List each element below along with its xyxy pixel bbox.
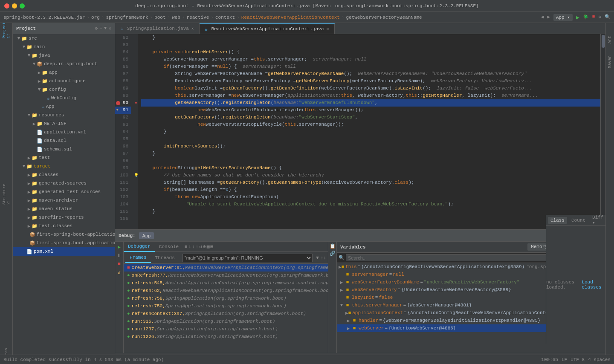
icon4[interactable]: ↑ [196, 244, 199, 249]
tab-debugger[interactable]: Debugger [124, 242, 155, 252]
code-content[interactable]: } private void createWebServer() { WebSe… [138, 34, 600, 229]
frame-item-selected[interactable]: ■ createWebServer:91, ReactiveWebServerA… [124, 264, 328, 272]
frame-item-5[interactable]: ● refresh:750, SpringApplication (org.sp… [124, 302, 328, 310]
tree-item-resources[interactable]: ▼ 📁 resources [13, 111, 115, 119]
frame-item-7[interactable]: ● run:315, SpringApplication (org.spring… [124, 318, 328, 325]
tab-reactive-context[interactable]: ☕ ReactiveWebServerApplicationContext.ja… [200, 23, 335, 34]
icon3[interactable]: ↓ [192, 244, 195, 249]
load-classes-link[interactable]: Load classes [582, 280, 605, 290]
settings-icon[interactable]: ⚙ [598, 14, 601, 21]
window-controls[interactable] [4, 3, 25, 9]
close-icon[interactable]: ✕ [108, 26, 111, 31]
var-expand-icon[interactable]: ▼ [339, 303, 345, 308]
tree-item-java[interactable]: ▼ 📁 java [13, 51, 115, 60]
maven-label[interactable]: Maven [608, 55, 612, 68]
scrollbar-thumb[interactable] [602, 35, 605, 48]
frame-thread-tabs[interactable]: Frames Threads [125, 253, 179, 263]
tab-close-icon[interactable]: ✕ [327, 26, 329, 32]
frame-item-3[interactable]: ● refresh:62, ReactiveWebServerApplicati… [124, 287, 328, 295]
search-icon[interactable]: 🔍 [605, 14, 611, 21]
var-expand-icon[interactable]: ▶ [339, 287, 345, 293]
copy-icon[interactable]: 📋 [330, 243, 336, 249]
gear-icon[interactable]: ▼ [104, 26, 107, 31]
breadcrumb-item[interactable]: boot [154, 15, 165, 20]
tree-item-generated-test-sources[interactable]: ▶ 📁 generated-test-sources [13, 188, 115, 196]
editor-scrollbar[interactable] [600, 34, 605, 229]
tree-item-classes[interactable]: ▶ 📁 classes [13, 170, 115, 179]
run-icon[interactable]: ▶ [576, 14, 579, 21]
sidebar-icon-1[interactable]: 1: Project [1, 25, 12, 36]
project-header-icons[interactable]: ⚙ ≡ ▼ ✕ [95, 26, 111, 31]
tree-item-schema-sql[interactable]: 📄 schema.sql [13, 145, 115, 153]
icon6[interactable]: ⚙ [203, 244, 206, 249]
stop-icon[interactable]: ■ [592, 14, 595, 21]
tree-item-maven-archiver[interactable]: ▶ 📁 maven-archiver [13, 196, 115, 205]
tree-item-webconfig[interactable]: ☕ WebConfig [13, 94, 115, 102]
breadcrumb-item[interactable]: springframework [106, 15, 148, 20]
settings-icon[interactable]: ⚙ [95, 26, 98, 31]
project-tree[interactable]: ▼ 📁 src ▼ 📁 main ▼ 📁 java ▼ 📦 deep.in.s [13, 34, 115, 364]
var-expand-icon[interactable]: ▶ [345, 318, 351, 324]
frames-list[interactable]: ■ createWebServer:91, ReactiveWebServerA… [124, 264, 328, 353]
maximize-button[interactable] [20, 3, 25, 9]
tree-item-test-classes[interactable]: ▶ 📁 test-classes [13, 222, 115, 230]
tab-threads[interactable]: Threads [151, 253, 179, 263]
frame-item-2[interactable]: ● refresh:545, AbstractApplicationContex… [124, 279, 328, 287]
tree-item-jar-original[interactable]: 📦 first-spring-boot-application-1.0.0-SN… [13, 239, 115, 247]
tree-item-app-folder[interactable]: ▶ 📁 app [13, 68, 115, 77]
tab-spring-application[interactable]: ☕ SpringApplication.java ✕ [115, 23, 200, 34]
nav-back-icon[interactable]: ◀ [541, 14, 544, 21]
app-dropdown[interactable]: App ▾ [553, 14, 573, 21]
breadcrumb-item[interactable]: reactive [187, 15, 209, 20]
debug-icon[interactable]: 🪲 [583, 14, 589, 21]
breadcrumb-item[interactable]: context [215, 15, 235, 20]
thread-filter-icon[interactable]: ▼ [316, 255, 319, 260]
icon2[interactable]: ↕ [188, 244, 191, 249]
rerun-icon[interactable]: ↺ [116, 269, 123, 276]
minimize-button[interactable] [12, 3, 17, 9]
frame-item-9[interactable]: ● run:1226, SpringApplication (org.sprin… [124, 333, 328, 341]
expand-arrow[interactable]: ▼ [16, 36, 21, 41]
debug-tabs-row[interactable]: Debugger Console ≡ ↕ ↓ ↑ ↺ ⚙ [124, 242, 328, 252]
sidebar-icon-2[interactable]: 2: Structure [1, 189, 12, 200]
var-expand-icon[interactable]: ▶ [339, 280, 345, 285]
link-icon[interactable]: 🔗 [330, 251, 336, 256]
nav-forward-icon[interactable]: ▶ [547, 14, 550, 21]
thread-selector[interactable]: "main"@1 in group "main": RUNNING [182, 254, 313, 262]
tab-close-icon[interactable]: ✕ [191, 26, 194, 31]
var-expand-icon[interactable]: ▶ [339, 264, 342, 270]
tree-item-app-yml[interactable]: 📄 application.yml [13, 128, 115, 136]
breadcrumb-item[interactable]: org [91, 15, 100, 20]
var-expand-icon[interactable]: ▶ [345, 310, 348, 316]
tree-item-test[interactable]: ▶ 📁 test [13, 153, 115, 162]
editor-tabs[interactable]: ☕ SpringApplication.java ✕ ☕ ReactiveWeb… [115, 23, 605, 34]
tree-item-package[interactable]: ▼ 📦 deep.in.spring.boot [13, 60, 115, 68]
breadcrumb-right-controls[interactable]: ◀ ▶ App ▾ ▶ 🪲 ■ ⚙ 🔍 [541, 14, 611, 21]
threads-row[interactable]: Frames Threads "main"@1 in group "main":… [124, 252, 328, 264]
frame-item-8[interactable]: ● run:1237, SpringApplication (org.sprin… [124, 325, 328, 333]
breadcrumb-item[interactable]: spring-boot-2.3.2.RELEASE.jar [3, 15, 85, 20]
tree-item-data-sql[interactable]: 📄 data.sql [13, 136, 115, 145]
close-button[interactable] [4, 3, 9, 9]
tree-item-maven-status[interactable]: ▶ 📁 maven-status [13, 205, 115, 213]
tree-item-src[interactable]: ▼ 📁 src [13, 34, 115, 43]
debug-app-button[interactable]: App [139, 232, 154, 239]
icon7[interactable]: ▦ [207, 244, 210, 249]
tree-item-surefire-reports[interactable]: ▶ 📁 surefire-reports [13, 213, 115, 222]
thread-arrows-icon[interactable]: ↑↓ [321, 255, 326, 260]
breadcrumb-method[interactable]: getWebServerFactoryBeanName [346, 15, 422, 20]
tree-item-config[interactable]: ▼ 📁 config [13, 85, 115, 94]
frame-item-4[interactable]: ● refresh:758, SpringApplication (org.sp… [124, 295, 328, 302]
debug-tab-icons[interactable]: ≡ ↕ ↓ ↑ ↺ ⚙ ▦ ⊞ [185, 244, 213, 249]
tree-item-metainf[interactable]: ▶ 📁 META-INF [13, 119, 115, 128]
debug-right-icons[interactable]: 📋 🔗 [328, 242, 336, 353]
frame-item-1[interactable]: ● onRefresh:77, ReactiveWebServerApplica… [124, 272, 328, 279]
icon8[interactable]: ⊞ [210, 244, 213, 249]
stop-debug-icon[interactable]: ■ [116, 260, 123, 267]
resume-icon[interactable]: ▶ [116, 243, 123, 250]
tree-item-jar[interactable]: 📦 first-spring-boot-application-1.0.0-SN… [13, 230, 115, 239]
tree-item-App[interactable]: ☕ App [13, 102, 115, 111]
tree-item-pom[interactable]: 📄 pom.xml [13, 247, 115, 256]
tree-item-generated-sources[interactable]: ▶ 📁 generated-sources [13, 179, 115, 188]
tree-item-main[interactable]: ▼ 📁 main [13, 43, 115, 51]
